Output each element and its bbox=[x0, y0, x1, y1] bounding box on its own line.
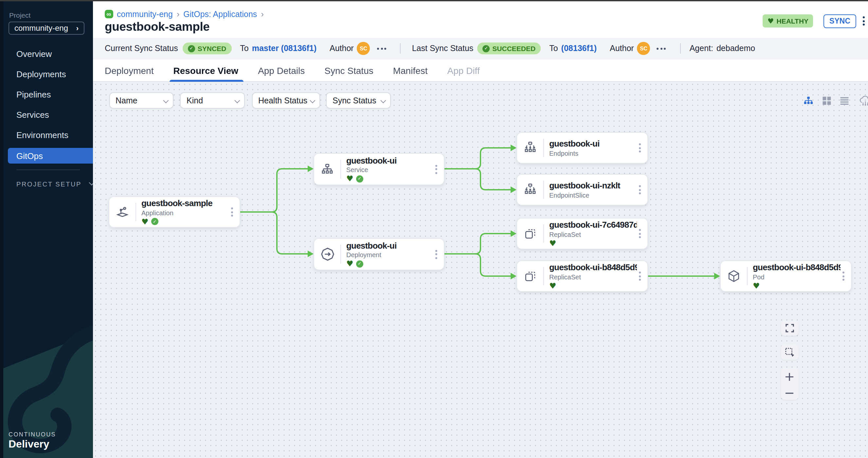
node-title: guestbook-ui-b848d5d9... bbox=[753, 263, 840, 272]
brand-delivery: Delivery bbox=[8, 438, 56, 450]
node-menu-button[interactable] bbox=[841, 270, 846, 282]
resource-graph-canvas[interactable]: Name Kind Health Status Sync Status bbox=[93, 82, 868, 458]
endpointslice-icon bbox=[517, 183, 543, 197]
healthy-icon: ♥ bbox=[549, 240, 556, 247]
sidebar-item-overview[interactable]: Overview bbox=[0, 44, 93, 64]
node-application[interactable]: guestbook-sample Application ♥✓ bbox=[108, 196, 240, 228]
synced-badge: ✓ SYNCED bbox=[183, 43, 232, 55]
node-kind: Service bbox=[346, 166, 433, 174]
author-label: Author bbox=[610, 44, 634, 53]
node-kind: ReplicaSet bbox=[549, 273, 637, 281]
pod-icon bbox=[721, 269, 747, 283]
node-endpoints[interactable]: guestbook-ui Endpoints bbox=[517, 132, 648, 164]
node-menu-button[interactable] bbox=[638, 184, 642, 196]
node-menu-button[interactable] bbox=[638, 142, 642, 154]
node-menu-button[interactable] bbox=[638, 270, 642, 282]
project-setup-toggle[interactable]: PROJECT SETUP bbox=[17, 181, 93, 188]
synced-icon: ✓ bbox=[356, 260, 363, 268]
replicaset-icon bbox=[517, 226, 543, 241]
tabs-bar: Deployment Resource View App Details Syn… bbox=[93, 60, 868, 82]
author-label: Author bbox=[330, 44, 354, 53]
tab-app-details[interactable]: App Details bbox=[258, 60, 305, 82]
node-menu-button[interactable] bbox=[638, 228, 642, 239]
chevron-right-icon: › bbox=[76, 24, 79, 32]
brand: CONTINUOUS Delivery bbox=[8, 431, 56, 450]
app-root: Project community-eng › Overview Deploym… bbox=[0, 0, 868, 458]
replicaset-icon bbox=[517, 269, 543, 283]
last-sync-label: Last Sync Status bbox=[412, 44, 474, 53]
last-target-link[interactable]: (08136f1) bbox=[561, 44, 597, 53]
zoom-controls bbox=[781, 367, 798, 400]
author-avatar[interactable]: SC bbox=[357, 42, 370, 55]
node-endpointslice[interactable]: guestbook-ui-nzklt EndpointSlice bbox=[517, 174, 648, 205]
tab-resource-view[interactable]: Resource View bbox=[173, 60, 238, 82]
status-bar: Current Sync Status ✓ SYNCED To master (… bbox=[93, 38, 868, 60]
sidebar-item-services[interactable]: Services bbox=[0, 105, 93, 125]
synced-icon: ✓ bbox=[151, 218, 158, 225]
node-title: guestbook-ui bbox=[549, 139, 637, 149]
header-menu-button[interactable] bbox=[862, 15, 866, 27]
project-label: Project bbox=[9, 11, 30, 19]
node-replicaset-2[interactable]: guestbook-ui-b848d5d9d ReplicaSet ♥ bbox=[517, 260, 648, 292]
tab-app-diff[interactable]: App Diff bbox=[447, 60, 480, 82]
node-menu-button[interactable] bbox=[230, 206, 234, 218]
synced-icon: ✓ bbox=[356, 175, 363, 183]
tab-manifest[interactable]: Manifest bbox=[393, 60, 428, 82]
project-selector[interactable]: community-eng › bbox=[8, 22, 85, 35]
current-target-link[interactable]: master (08136f1) bbox=[252, 44, 316, 53]
zoom-out-button[interactable] bbox=[785, 391, 794, 395]
breadcrumb-project[interactable]: community-eng bbox=[117, 9, 173, 19]
sidebar-item-gitops[interactable]: GitOps bbox=[8, 148, 93, 164]
check-icon: ✓ bbox=[188, 45, 195, 52]
healthy-icon: ♥ bbox=[346, 176, 353, 182]
node-menu-button[interactable] bbox=[434, 163, 439, 175]
status-divider bbox=[400, 43, 401, 54]
node-kind: EndpointSlice bbox=[549, 192, 637, 199]
breadcrumb-applications[interactable]: GitOps: Applications bbox=[183, 9, 257, 19]
sidebar: Project community-eng › Overview Deploym… bbox=[0, 1, 93, 458]
chevron-down-icon bbox=[89, 179, 93, 185]
fullscreen-button[interactable] bbox=[781, 321, 798, 336]
sync-button[interactable]: SYNC bbox=[824, 14, 856, 28]
node-pod[interactable]: guestbook-ui-b848d5d9... Pod ♥ bbox=[720, 260, 851, 292]
node-kind: Pod bbox=[753, 273, 840, 281]
author-avatar[interactable]: SC bbox=[637, 42, 650, 55]
commit-menu-button[interactable] bbox=[656, 46, 668, 51]
node-deployment[interactable]: guestbook-ui Deployment ♥✓ bbox=[314, 238, 444, 270]
node-title: guestbook-ui bbox=[346, 241, 433, 251]
endpoints-icon bbox=[517, 141, 543, 155]
page-header: ∞ community-eng › GitOps: Applications ›… bbox=[93, 1, 868, 38]
node-kind: Application bbox=[142, 209, 229, 217]
sidebar-item-deployments[interactable]: Deployments bbox=[0, 64, 93, 85]
healthy-icon: ♥ bbox=[753, 283, 760, 289]
agent-label: Agent: bbox=[690, 44, 713, 53]
commit-menu-button[interactable] bbox=[376, 46, 388, 51]
node-title: guestbook-ui-b848d5d9d bbox=[549, 263, 637, 272]
tab-deployment[interactable]: Deployment bbox=[105, 60, 154, 82]
node-kind: Endpoints bbox=[549, 150, 637, 157]
to-label: To bbox=[549, 44, 558, 53]
node-replicaset-1[interactable]: guestbook-ui-7c64987dc9 ReplicaSet ♥ bbox=[517, 218, 648, 249]
sidebar-item-pipelines[interactable]: Pipelines bbox=[0, 85, 93, 105]
node-kind: ReplicaSet bbox=[549, 231, 637, 238]
window-left-edge bbox=[0, 1, 3, 458]
check-icon: ✓ bbox=[483, 45, 490, 52]
status-divider bbox=[680, 43, 681, 54]
selection-button[interactable] bbox=[781, 344, 798, 360]
sidebar-nav: Overview Deployments Pipelines Services … bbox=[0, 44, 93, 166]
healthy-icon: ♥ bbox=[549, 283, 556, 289]
sidebar-item-environments[interactable]: Environments bbox=[0, 125, 93, 145]
service-icon bbox=[314, 162, 340, 176]
zoom-in-button[interactable] bbox=[785, 372, 794, 382]
tab-sync-status[interactable]: Sync Status bbox=[324, 60, 373, 82]
heart-icon: ♥ bbox=[768, 17, 774, 25]
application-icon bbox=[109, 205, 135, 219]
health-badge: ♥ HEALTHY bbox=[763, 14, 813, 28]
node-service[interactable]: guestbook-ui Service ♥✓ bbox=[314, 153, 444, 185]
node-menu-button[interactable] bbox=[434, 248, 439, 260]
current-sync-label: Current Sync Status bbox=[105, 44, 178, 53]
sidebar-divider bbox=[17, 169, 80, 170]
node-title: guestbook-sample bbox=[142, 199, 229, 208]
to-label: To bbox=[240, 44, 248, 53]
node-title: guestbook-ui-nzklt bbox=[549, 181, 637, 191]
